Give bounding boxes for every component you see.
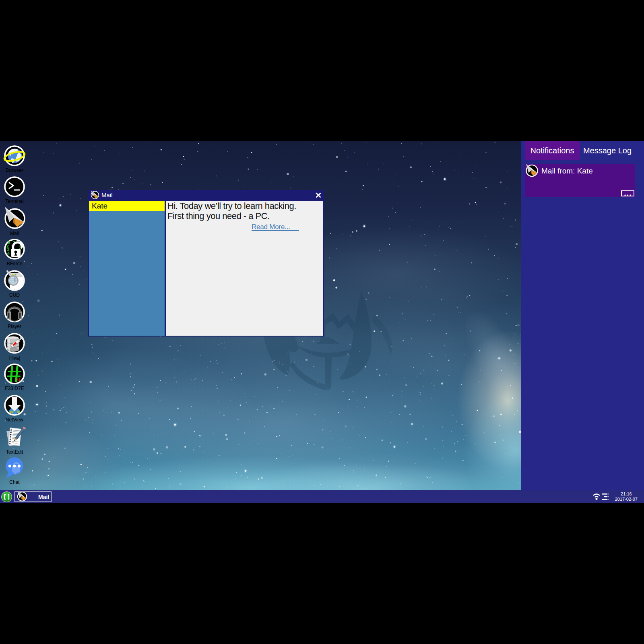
svg-text:α: α: [17, 375, 21, 382]
